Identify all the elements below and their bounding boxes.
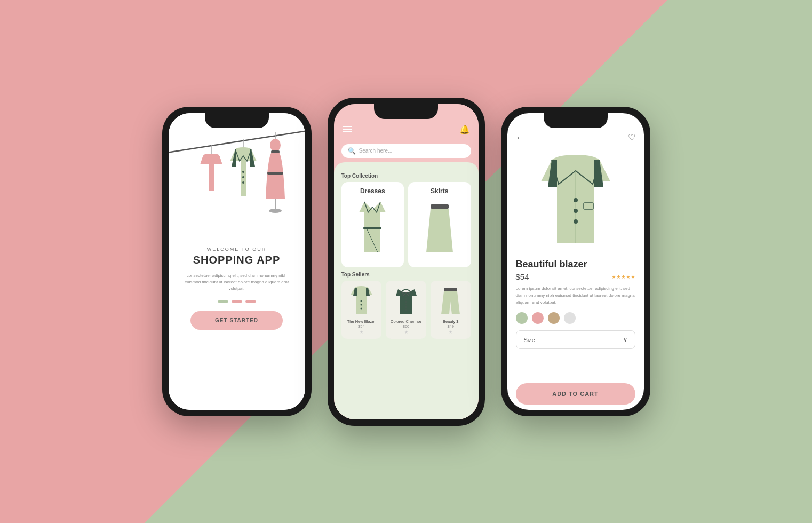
pagination-dots — [218, 300, 256, 303]
menu-line-2 — [343, 129, 352, 130]
seller-card-beauty[interactable]: Beauty $ $49 ★ — [431, 281, 471, 339]
add-to-cart-button[interactable]: ADD TO CART — [516, 383, 635, 405]
seller-2-star: ★ — [404, 330, 408, 335]
svg-point-5 — [242, 176, 244, 178]
dresses-card[interactable]: Dresses — [341, 182, 404, 267]
search-icon: 🔍 — [348, 147, 356, 155]
color-option-tan[interactable] — [548, 312, 560, 324]
top-sellers-title: Top Sellers — [334, 267, 479, 281]
dot-1 — [218, 300, 228, 303]
svg-point-4 — [242, 171, 244, 173]
color-option-gray[interactable] — [564, 312, 576, 324]
phone-2: 🔔 🔍 Search here... Top Collection — [328, 98, 485, 426]
welcome-title: SHOPPING APP — [193, 254, 281, 266]
product-info: Beautiful blazer $54 ★★★★★ Lorem ipsum d… — [507, 253, 644, 378]
svg-rect-8 — [271, 150, 280, 153]
svg-point-21 — [574, 198, 578, 202]
seller-2-name: Colored Chemise — [391, 319, 421, 324]
svg-rect-9 — [267, 172, 283, 175]
svg-point-22 — [574, 209, 578, 213]
product-description: Lorem ipsum dolor sit amet, consectetuer… — [516, 286, 635, 306]
skirts-title: Skirts — [431, 187, 448, 195]
svg-point-11 — [269, 209, 282, 213]
phone-3: ← ♡ — [501, 107, 650, 416]
size-dropdown[interactable]: Size ∨ — [516, 330, 635, 349]
top-collection-title: Top Collection — [334, 169, 479, 182]
menu-line-1 — [343, 126, 352, 127]
svg-point-6 — [242, 181, 244, 184]
phone-2-notch — [374, 104, 438, 119]
welcome-text-block: WELCOME TO OUR SHOPPING APP consectetuer… — [169, 236, 305, 410]
phones-container: WELCOME TO OUR SHOPPING APP consectetuer… — [0, 0, 812, 523]
dropdown-chevron-icon: ∨ — [623, 336, 627, 343]
screen1-welcome: WELCOME TO OUR SHOPPING APP consectetuer… — [169, 113, 305, 410]
product-image-area — [507, 147, 644, 253]
seller-3-price: $49 — [447, 324, 454, 329]
dot-3 — [245, 300, 256, 303]
seller-3-name: Beauty $ — [443, 319, 459, 324]
phone-3-screen: ← ♡ — [507, 113, 644, 410]
phone-1: WELCOME TO OUR SHOPPING APP consectetuer… — [162, 107, 312, 416]
screen2-main-content: Top Collection Dresses — [334, 162, 479, 419]
dot-2 — [232, 300, 242, 303]
seller-card-chemise[interactable]: Colored Chemise $60 ★ — [386, 281, 426, 339]
dresses-title: Dresses — [360, 187, 385, 195]
back-button[interactable]: ← — [516, 133, 524, 142]
seller-2-price: $60 — [403, 324, 410, 329]
phone-3-notch — [544, 113, 608, 128]
product-price: $54 — [516, 272, 529, 281]
svg-point-15 — [360, 300, 362, 302]
wishlist-heart-icon[interactable]: ♡ — [628, 132, 635, 142]
phone-1-notch — [205, 113, 269, 128]
seller-1-name: The New Blazer — [347, 319, 376, 324]
seller-card-blazer[interactable]: The New Blazer $54 ★ — [341, 281, 382, 339]
svg-rect-19 — [444, 288, 457, 291]
seller-1-star: ★ — [360, 330, 363, 335]
top-sellers-grid: The New Blazer $54 ★ — [334, 281, 479, 339]
product-price-row: $54 ★★★★★ — [516, 272, 635, 281]
phone-2-screen: 🔔 🔍 Search here... Top Collection — [334, 104, 479, 419]
notification-bell-icon[interactable]: 🔔 — [459, 124, 470, 134]
welcome-description: consectetuer adipiscing elit, sed diam n… — [179, 273, 294, 292]
collection-cards: Dresses — [334, 182, 479, 267]
product-stars: ★★★★★ — [611, 274, 635, 280]
svg-point-17 — [360, 307, 362, 309]
svg-point-16 — [360, 304, 362, 305]
search-placeholder: Search here... — [359, 148, 393, 154]
screen2-collection: 🔔 🔍 Search here... Top Collection — [334, 104, 479, 419]
product-name: Beautiful blazer — [516, 259, 635, 270]
search-bar[interactable]: 🔍 Search here... — [341, 144, 471, 158]
screen3-product: ← ♡ — [507, 113, 644, 410]
svg-rect-12 — [363, 227, 381, 229]
color-option-pink[interactable] — [532, 312, 544, 324]
menu-line-3 — [343, 131, 352, 132]
color-option-green[interactable] — [516, 312, 528, 324]
phone-1-screen: WELCOME TO OUR SHOPPING APP consectetuer… — [169, 113, 305, 410]
clothes-hanger-illustration — [169, 113, 305, 236]
svg-rect-14 — [431, 204, 449, 209]
skirts-card[interactable]: Skirts — [408, 182, 471, 267]
color-options — [516, 312, 635, 324]
svg-point-7 — [270, 139, 281, 152]
get-started-button[interactable]: GET STARTED — [190, 311, 283, 330]
seller-1-price: $54 — [358, 324, 365, 329]
seller-3-star: ★ — [449, 330, 452, 335]
welcome-subtitle: WELCOME TO OUR — [207, 247, 267, 252]
svg-point-23 — [574, 219, 578, 224]
menu-icon[interactable] — [343, 126, 352, 132]
size-label: Size — [524, 337, 535, 343]
